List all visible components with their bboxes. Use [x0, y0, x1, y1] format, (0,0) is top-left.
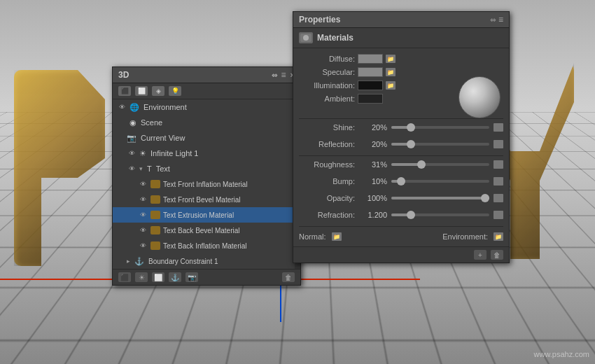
normal-env-row: Normal: 📁 Environment: 📁: [299, 230, 503, 244]
panel-3d-header-left: 3D: [118, 70, 129, 80]
panel-properties-title: Properties: [299, 15, 340, 24]
specular-label: Specular:: [299, 68, 355, 76]
opacity-slider-track-container[interactable]: [391, 192, 489, 204]
layer-item-text-back-inflation[interactable]: 👁 Text Back Inflation Material: [113, 238, 300, 253]
shine-folder-icon[interactable]: [493, 123, 503, 132]
layer-item-text-back-bevel[interactable]: 👁 Text Back Bevel Material: [113, 223, 300, 238]
eye-icon-text[interactable]: 👁: [127, 165, 136, 172]
layer-label-boundary-constraint: Boundary Constraint 1: [148, 258, 218, 265]
layer-label-current-view: Current View: [141, 134, 185, 142]
roughness-folder-icon[interactable]: [493, 160, 503, 169]
environment-folder-icon[interactable]: 📁: [493, 232, 503, 241]
normal-label: Normal:: [299, 232, 326, 241]
footer-add-scene-icon[interactable]: ⬛: [118, 272, 131, 282]
footer-delete-icon[interactable]: 🗑: [282, 272, 295, 282]
refraction-label: Refraction:: [299, 211, 355, 219]
diffuse-row: Diffuse: 📁: [299, 54, 453, 64]
toolbar-mesh-icon[interactable]: ⬜: [135, 86, 148, 96]
roughness-slider-row: Roughness: 31%: [299, 159, 503, 170]
layer-item-text-front-bevel[interactable]: 👁 Text Front Bevel Material: [113, 192, 300, 207]
eye-icon-infinite-light[interactable]: 👁: [127, 150, 136, 157]
materials-icon: [299, 32, 313, 43]
eye-icon-extrusion[interactable]: 👁: [138, 211, 148, 218]
roughness-label: Roughness:: [299, 160, 355, 169]
specular-swatch[interactable]: [358, 67, 383, 77]
shine-slider-track-container[interactable]: [391, 122, 489, 133]
layer-item-scene[interactable]: 👁 ◉ Scene: [113, 115, 300, 130]
opacity-slider-thumb[interactable]: [481, 194, 489, 202]
layer-item-boundary-constraint[interactable]: ▸ ⚓ Boundary Constraint 1: [113, 253, 300, 269]
illumination-folder-icon[interactable]: 📁: [386, 81, 396, 90]
panel-3d-footer: ⬛ ☀ ⬜ ⚓ 📷 🗑: [113, 269, 300, 285]
material-icon-back-bevel: [150, 226, 160, 234]
illumination-swatch[interactable]: [358, 80, 383, 90]
reflection-folder-icon[interactable]: [493, 140, 503, 148]
toolbar-light-icon[interactable]: 💡: [169, 86, 181, 96]
normal-folder-icon[interactable]: 📁: [332, 232, 342, 241]
material-icon-front-bevel: [150, 195, 160, 204]
svg-point-1: [303, 35, 309, 41]
reflection-slider-track: [391, 143, 489, 146]
panel-props-menu-icon[interactable]: ≡: [498, 15, 503, 24]
props-footer-new-icon[interactable]: +: [474, 250, 486, 260]
specular-row: Specular: 📁: [299, 67, 453, 77]
opacity-slider-row: Opacity: 100%: [299, 192, 503, 204]
refraction-slider-track-container[interactable]: [391, 209, 489, 220]
material-icon-back-inflation: [150, 241, 160, 250]
opacity-folder-icon[interactable]: [493, 194, 503, 202]
reflection-value: 20%: [359, 140, 387, 148]
opacity-slider-fill: [391, 197, 489, 200]
specular-folder-icon[interactable]: 📁: [386, 68, 396, 76]
eye-icon-back-bevel[interactable]: 👁: [138, 227, 148, 234]
refraction-slider-thumb[interactable]: [407, 211, 415, 219]
divider-2: [299, 155, 503, 156]
eye-icon-front-inflation[interactable]: 👁: [138, 181, 148, 188]
layer-label-scene: Scene: [141, 118, 162, 127]
shine-slider-thumb[interactable]: [407, 123, 415, 132]
panel-3d-menu-icon[interactable]: ≡: [281, 70, 286, 80]
footer-add-light-icon[interactable]: ☀: [135, 272, 148, 282]
toolbar-scene-icon[interactable]: ⬛: [118, 86, 131, 96]
layer-label-environment: Environment: [144, 103, 187, 111]
layer-item-text-extrusion[interactable]: 👁 Text Extrusion Material: [113, 207, 300, 223]
layer-label-extrusion: Text Extrusion Material: [163, 211, 234, 219]
footer-constraint-icon[interactable]: ⚓: [169, 272, 181, 282]
expand-arrow-text[interactable]: ▾: [139, 165, 143, 172]
bump-folder-icon[interactable]: [493, 177, 503, 186]
footer-camera-icon[interactable]: 📷: [186, 272, 198, 282]
roughness-slider-track-container[interactable]: [391, 159, 489, 170]
footer-add-mesh-icon[interactable]: ⬜: [152, 272, 164, 282]
panel-3d-resize-icon[interactable]: ⇔: [272, 71, 277, 79]
eye-icon-environment[interactable]: 👁: [117, 104, 127, 111]
bump-slider-thumb[interactable]: [397, 177, 405, 186]
material-sphere-preview[interactable]: [458, 76, 500, 118]
eye-icon-back-inflation[interactable]: 👁: [138, 242, 148, 249]
layer-item-infinite-light-1[interactable]: 👁 ☀ Infinite Light 1: [113, 146, 300, 161]
opacity-label: Opacity:: [299, 194, 355, 202]
props-footer-delete-icon[interactable]: 🗑: [491, 250, 503, 260]
panel-properties-header: Properties ⇔ ≡: [293, 12, 509, 28]
layer-label-back-bevel: Text Back Bevel Material: [163, 227, 240, 234]
panel-props-resize-icon[interactable]: ⇔: [490, 16, 496, 24]
divider-1: [299, 118, 503, 119]
expand-arrow-boundary[interactable]: ▸: [127, 258, 130, 265]
roughness-slider-thumb[interactable]: [417, 160, 426, 169]
layer-item-text-front-inflation[interactable]: 👁 Text Front Inflation Material: [113, 176, 300, 192]
reflection-slider-track-container[interactable]: [391, 139, 489, 150]
shine-slider-track: [391, 126, 489, 129]
illumination-row: Illumination: 📁: [299, 80, 453, 90]
ambient-swatch[interactable]: [358, 94, 383, 104]
refraction-value: 1.200: [359, 211, 387, 219]
refraction-folder-icon[interactable]: [493, 211, 503, 219]
layer-item-environment[interactable]: 👁 🌐 Environment: [113, 99, 300, 115]
bump-slider-track-container[interactable]: [391, 176, 489, 187]
diffuse-swatch[interactable]: [358, 54, 383, 64]
eye-icon-front-bevel[interactable]: 👁: [138, 196, 148, 203]
diffuse-folder-icon[interactable]: 📁: [386, 55, 396, 63]
toolbar-material-icon[interactable]: ◈: [152, 86, 164, 96]
reflection-slider-thumb[interactable]: [407, 140, 415, 148]
material-icon-extrusion: [150, 211, 160, 219]
layer-item-text[interactable]: 👁 ▾ T Text: [113, 161, 300, 176]
layer-item-current-view[interactable]: 📷 Current View: [113, 130, 300, 146]
scene-icon: ◉: [130, 118, 136, 127]
